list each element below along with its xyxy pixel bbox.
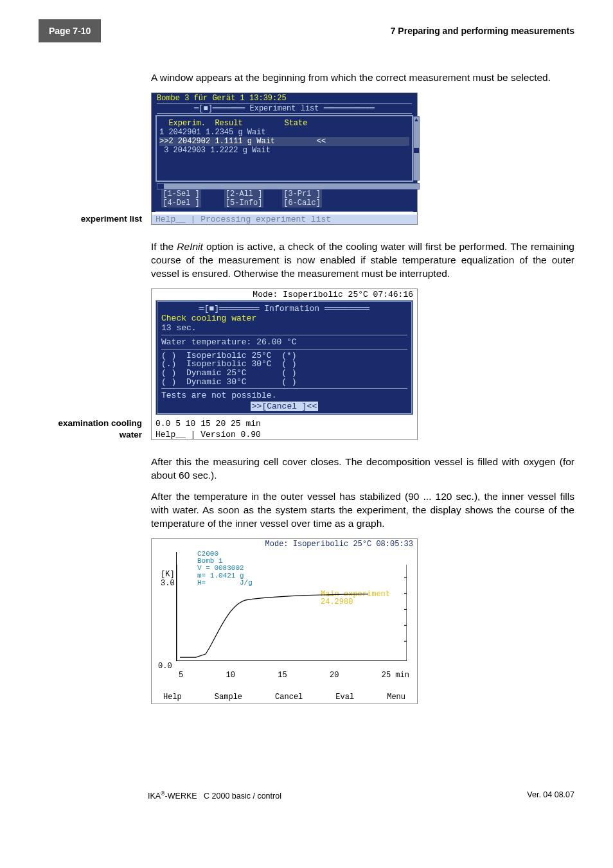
- btn-del[interactable]: [4-Del ]: [161, 199, 201, 208]
- term1-window-title: Experiment list: [245, 104, 323, 113]
- table-row[interactable]: 3 2042903 1.2222 g Wait: [159, 146, 409, 155]
- table-row[interactable]: >>2 2042902 1.1111 g Wait <<: [159, 137, 409, 146]
- water-temp-line: Water temperature: 26.00 °C: [161, 337, 407, 347]
- term2-window-title: Information: [259, 304, 324, 314]
- term1-title-bar: Bombe 3 für Gerät 1 13:39:25: [152, 93, 417, 103]
- footer-right: Ver. 04 08.07: [527, 790, 574, 801]
- mode-selection[interactable]: ( ) Isoperibolic 25°C (*) (.) Isoperibol…: [161, 351, 407, 387]
- cancel-button[interactable]: >>[Cancel ]<<: [251, 402, 318, 411]
- footer-left: IKA®-WERKE C 2000 basic / control: [148, 790, 281, 801]
- check-cooling-line: Check cooling water: [161, 314, 407, 323]
- tests-line: Tests are not possible.: [161, 391, 407, 400]
- figure-1-label: experiment list: [39, 213, 151, 225]
- term2-axis: 0.0 5 10 15 20 25 min: [152, 418, 417, 430]
- figure-2-label: examination cooling water: [39, 418, 151, 440]
- chapter-title: 7 Preparing and performing measurements: [391, 26, 574, 36]
- menu-sample[interactable]: Sample: [215, 693, 242, 702]
- col-experim: Experim.: [168, 119, 206, 128]
- btn-sel[interactable]: [1-Sel ]: [161, 190, 201, 199]
- btn-pri[interactable]: [3-Pri ]: [282, 190, 322, 199]
- paragraph-4: After the temperature in the outer vesse…: [151, 490, 574, 531]
- paragraph-3: After this the measuring cell cover clos…: [151, 456, 574, 483]
- paragraph-1: A window appears at the beginning from w…: [151, 71, 574, 85]
- page-number-tab: Page 7-10: [39, 19, 101, 42]
- xtick: 20: [330, 671, 339, 680]
- temperature-curve: [177, 552, 407, 660]
- menu-menu[interactable]: Menu: [387, 693, 405, 702]
- yaxis-label: [K] 3.0: [161, 570, 175, 588]
- xtick: 15: [278, 671, 287, 680]
- figure-3-label: [39, 693, 151, 704]
- term3-top: Mode: Isoperibolic 25°C 08:05:33: [152, 539, 417, 549]
- term2-help: Help__ | Version 0.90: [152, 430, 417, 439]
- term1-status: Help__ | Processing experiment list: [152, 215, 417, 224]
- col-state: State: [284, 119, 307, 128]
- btn-all[interactable]: [2-All ]: [224, 190, 264, 199]
- reinit-term: ReInit: [177, 241, 203, 252]
- scrollbar-horizontal[interactable]: [157, 183, 420, 190]
- scrollbar-vertical[interactable]: ▲: [413, 116, 420, 181]
- y-zero: 0.0: [158, 662, 172, 671]
- btn-calc[interactable]: [6-Calc]: [282, 199, 322, 208]
- menu-help[interactable]: Help: [163, 693, 182, 702]
- paragraph-2: If the ReInit option is active, a check …: [151, 240, 574, 281]
- term2-top: Mode: Isoperibolic 25°C 07:46:16: [152, 289, 417, 300]
- figure-temperature-graph: Mode: Isoperibolic 25°C 08:05:33 [K] 3.0…: [151, 538, 418, 704]
- menu-cancel[interactable]: Cancel: [275, 693, 303, 702]
- graph-area: C2000 Bomb 1 V = 0083002 m= 1.0421 g H= …: [176, 552, 407, 661]
- btn-info[interactable]: [5-Info]: [224, 199, 264, 208]
- term1-table: Experim. Result State 1 2042901 1.2345 g…: [155, 115, 413, 182]
- sec-line: 13 sec.: [161, 323, 407, 333]
- xtick: 5: [179, 671, 183, 680]
- xtick: 10: [226, 671, 235, 680]
- xtick: 25 min: [382, 671, 409, 680]
- col-result: Result: [215, 119, 242, 128]
- figure-examination-cooling-water: Mode: Isoperibolic 25°C 07:46:16 ═[■]═══…: [151, 288, 418, 441]
- figure-experiment-list: Bombe 3 für Gerät 1 13:39:25 ═[■]═══════…: [151, 93, 418, 225]
- menu-eval[interactable]: Eval: [335, 693, 354, 702]
